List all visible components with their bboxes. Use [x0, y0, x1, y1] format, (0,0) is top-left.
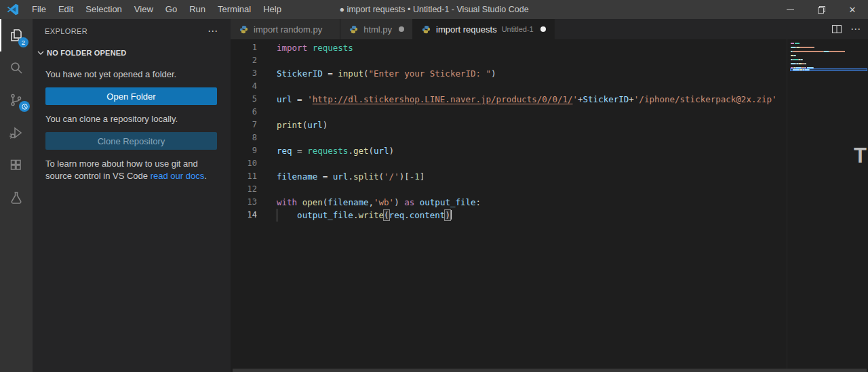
code-line[interactable]: 6 [231, 106, 868, 119]
line-content: print(url) [268, 119, 328, 131]
activity-item-source-control[interactable] [0, 84, 33, 117]
minimize-icon [787, 9, 794, 10]
line-number: 1 [231, 41, 268, 54]
line-content [268, 157, 277, 170]
line-number: 7 [231, 119, 268, 131]
no-folder-text: You have not yet opened a folder. [45, 68, 217, 81]
code-line[interactable]: 5url = 'http://dl.stickershop.LINE.naver… [231, 93, 868, 106]
line-content [268, 106, 277, 119]
line-number: 8 [231, 131, 268, 144]
clone-text: You can clone a repository locally. [45, 113, 217, 125]
code-line[interactable]: 4 [231, 80, 868, 93]
clone-repository-button[interactable]: Clone Repository [45, 132, 217, 150]
menu-help[interactable]: Help [257, 0, 288, 19]
title-bar: FileEditSelectionViewGoRunTerminalHelp ●… [0, 0, 868, 19]
sidebar-title: EXPLORER [45, 27, 208, 35]
activity-item-search[interactable] [0, 51, 33, 84]
split-editor-icon[interactable] [831, 24, 842, 35]
line-number: 12 [231, 183, 268, 196]
text-cursor [451, 210, 452, 220]
tab-bar: import random.pyhtml.pyimport requestsUn… [231, 19, 868, 39]
code-line[interactable]: 10 [231, 157, 868, 170]
chevron-down-icon [35, 47, 46, 58]
close-button[interactable]: ✕ [837, 0, 868, 19]
menu-terminal[interactable]: Terminal [212, 0, 257, 19]
menu-selection[interactable]: Selection [79, 0, 127, 19]
tab-label: import requests [436, 24, 497, 35]
indent-guide [277, 209, 277, 222]
line-content: with open(filename,'wb') as output_file: [268, 196, 481, 209]
restore-icon [817, 5, 826, 14]
tab-import-requests[interactable]: import requestsUntitled-1 [413, 19, 555, 39]
code-line[interactable]: 12 [231, 183, 868, 196]
line-content: output_file.write(req.content) [268, 209, 452, 222]
line-number: 9 [231, 144, 268, 157]
line-number: 11 [231, 170, 268, 183]
code-editor[interactable]: 1import requests23StickerID = input("Ent… [231, 39, 868, 369]
line-number: 13 [231, 196, 268, 209]
editor-more-actions-icon[interactable]: ⋯ [850, 23, 861, 35]
line-content [268, 80, 277, 93]
restore-button[interactable] [806, 0, 837, 19]
read-our-docs-link[interactable]: read our docs [151, 171, 205, 181]
tab-html-py[interactable]: html.py [340, 19, 413, 39]
horizontal-scrollbar [231, 369, 868, 372]
code-line[interactable]: 8 [231, 131, 868, 144]
badge-count: 2 [18, 37, 28, 47]
menu-go[interactable]: Go [159, 0, 183, 19]
search-icon [8, 60, 24, 76]
code-line[interactable]: 14 output_file.write(req.content) [231, 209, 868, 222]
line-content: url = 'http://dl.stickershop.LINE.naver.… [268, 93, 777, 106]
vscode-logo-icon [7, 3, 19, 16]
tab-import-random-py[interactable]: import random.py [231, 19, 340, 39]
python-file-icon [349, 24, 363, 35]
code-line[interactable]: 3StickerID = input("Enter your StickerID… [231, 67, 868, 80]
menu-view[interactable]: View [128, 0, 159, 19]
activity-item-testing[interactable] [0, 182, 33, 214]
explorer-sidebar: EXPLORER ⋯ NO FOLDER OPENED You have not… [33, 19, 231, 372]
python-file-icon [239, 24, 254, 35]
extensions-icon [8, 157, 24, 173]
menu-run[interactable]: Run [183, 0, 212, 19]
tab-bar-actions: ⋯ [823, 19, 868, 39]
python-file-icon [421, 24, 436, 35]
explorer-more-actions-icon[interactable]: ⋯ [208, 25, 218, 37]
code-line[interactable]: 1import requests [231, 41, 868, 54]
stray-text-artifact: T [854, 144, 867, 168]
activity-item-extensions[interactable] [0, 149, 33, 182]
code-line[interactable]: 11filename = url.split('/')[-1] [231, 170, 868, 183]
section-label: NO FOLDER OPENED [47, 49, 127, 57]
line-content: filename = url.split('/')[-1] [268, 170, 425, 183]
menu-file[interactable]: File [26, 0, 52, 19]
editor-group: import random.pyhtml.pyimport requestsUn… [231, 19, 868, 372]
modified-dot-icon [540, 26, 546, 32]
activity-item-run-debug[interactable] [0, 117, 33, 149]
code-line[interactable]: 2 [231, 54, 868, 67]
line-content: import requests [268, 41, 353, 54]
minimize-button[interactable] [774, 0, 806, 19]
line-number: 6 [231, 106, 268, 119]
menu-edit[interactable]: Edit [52, 0, 79, 19]
section-no-folder-opened[interactable]: NO FOLDER OPENED [33, 45, 231, 60]
docs-text: To learn more about how to use git and s… [45, 158, 217, 182]
activity-item-explorer[interactable]: 2 [0, 19, 33, 51]
line-number: 5 [231, 93, 268, 106]
tab-label: html.py [363, 24, 392, 35]
line-content: req = requests.get(url) [268, 144, 394, 157]
horizontal-scrollbar-thumb[interactable] [233, 369, 867, 372]
workbench: 2 EXPLORER ⋯ NO FOLDER OPENED You have n… [0, 19, 868, 372]
line-number: 14 [231, 209, 268, 222]
line-content [268, 183, 277, 196]
testing-icon [8, 190, 24, 206]
line-content: StickerID = input("Enter your StickerID:… [268, 67, 496, 80]
code-line[interactable]: 7print(url) [231, 119, 868, 131]
minimap[interactable] [787, 39, 868, 369]
code-line[interactable]: 9req = requests.get(url) [231, 144, 868, 157]
menu-bar: FileEditSelectionViewGoRunTerminalHelp [26, 0, 288, 19]
open-folder-button[interactable]: Open Folder [45, 87, 217, 105]
line-content [268, 54, 277, 67]
line-number: 4 [231, 80, 268, 93]
code-line[interactable]: 13with open(filename,'wb') as output_fil… [231, 196, 868, 209]
line-number: 2 [231, 54, 268, 67]
window-controls: ✕ [774, 0, 868, 19]
